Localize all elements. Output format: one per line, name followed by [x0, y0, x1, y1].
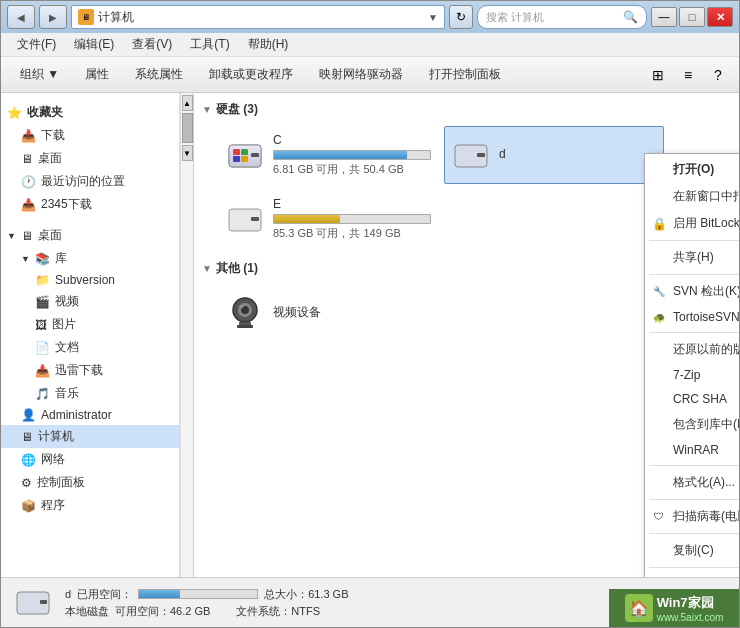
menu-help[interactable]: 帮助(H): [240, 34, 297, 55]
menu-tools[interactable]: 工具(T): [182, 34, 237, 55]
ctx-winrar[interactable]: WinRAR ▶: [645, 438, 739, 462]
menu-file[interactable]: 文件(F): [9, 34, 64, 55]
toolbar-map-drive[interactable]: 映射网络驱动器: [308, 61, 414, 88]
webcam-item[interactable]: 视频设备: [218, 285, 328, 339]
desktop2-icon2: 🖥: [21, 229, 33, 243]
menu-edit[interactable]: 编辑(E): [66, 34, 122, 55]
toolbar-organize[interactable]: 组织 ▼: [9, 61, 70, 88]
drive-e[interactable]: E 85.3 GB 可用，共 149 GB: [218, 190, 438, 248]
sidebar: ⭐ 收藏夹 📥 下载 🖥 桌面 🕐 最近访问的位置: [1, 93, 180, 577]
toolbar-uninstall[interactable]: 卸载或更改程序: [198, 61, 304, 88]
hdd-icon-d: [451, 135, 491, 175]
address-arrow: ▼: [428, 12, 438, 23]
watermark-content: 🏠 Win7家园 www.5aixt.com: [625, 594, 724, 623]
ctx-open-new[interactable]: 在新窗口中打开(E): [645, 183, 739, 210]
sidebar-favorites-section: ⭐ 收藏夹 📥 下载 🖥 桌面 🕐 最近访问的位置: [1, 97, 179, 220]
drive-d-icon: [451, 135, 491, 175]
sidebar-programs[interactable]: 📦 程序: [1, 494, 179, 517]
ctx-shortcut-icon: [651, 577, 667, 578]
ctx-scan[interactable]: 🛡 扫描病毒(电脑管家): [645, 503, 739, 530]
close-button[interactable]: ✕: [707, 7, 733, 27]
hard-disks-header: ▼ 硬盘 (3): [202, 101, 731, 118]
ctx-svn-icon: 🔧: [651, 284, 667, 300]
refresh-button[interactable]: ↻: [449, 5, 473, 29]
ctx-open-new-icon: [651, 189, 667, 205]
toolbar-control-panel[interactable]: 打开控制面板: [418, 61, 512, 88]
sidebar-item-desktop1[interactable]: 🖥 桌面: [1, 147, 179, 170]
network-icon: 🌐: [21, 453, 36, 467]
ctx-sep1: [649, 240, 739, 241]
menu-view[interactable]: 查看(V): [124, 34, 180, 55]
download2-icon: 📥: [21, 198, 36, 212]
ctx-bitlocker[interactable]: 🔒 启用 BitLocker(B)...: [645, 210, 739, 237]
sidebar-xunlei[interactable]: 📥 迅雷下载: [1, 359, 179, 382]
ctx-tortoisesvn[interactable]: 🐢 TortoiseSVN ▶: [645, 305, 739, 329]
sidebar-computer[interactable]: 🖥 计算机: [1, 425, 179, 448]
toolbar-properties[interactable]: 属性: [74, 61, 120, 88]
drive-e-name: E: [273, 197, 431, 211]
back-button[interactable]: ◀: [7, 5, 35, 29]
ctx-open-icon: [651, 162, 667, 178]
ctx-7zip[interactable]: 7-Zip ▶: [645, 363, 739, 387]
menu-bar: 文件(F) 编辑(E) 查看(V) 工具(T) 帮助(H): [1, 33, 739, 57]
sidebar-network[interactable]: 🌐 网络: [1, 448, 179, 471]
ctx-format[interactable]: 格式化(A)...: [645, 469, 739, 496]
sidebar-videos[interactable]: 🎬 视频: [1, 290, 179, 313]
search-bar[interactable]: 搜索 计算机 🔍: [477, 5, 647, 29]
help-button[interactable]: ?: [705, 62, 731, 88]
status-info: d 已用空间： 总大小：61.3 GB 本地磁盘 可用空间：46.2 GB 文件…: [65, 587, 348, 619]
sidebar-item-recent[interactable]: 🕐 最近访问的位置: [1, 170, 179, 193]
hdd-icon-c: [225, 135, 265, 175]
sidebar-desktop-header[interactable]: ▼ 🖥 桌面: [1, 224, 179, 247]
search-icon[interactable]: 🔍: [623, 10, 638, 24]
ctx-shortcut[interactable]: 创建快捷方式(S): [645, 571, 739, 577]
sidebar-item-2345[interactable]: 📥 2345下载: [1, 193, 179, 216]
ctx-sep3: [649, 332, 739, 333]
sidebar-administrator[interactable]: 👤 Administrator: [1, 405, 179, 425]
sidebar-subversion[interactable]: 📁 Subversion: [1, 270, 179, 290]
sidebar-favorites-header[interactable]: ⭐ 收藏夹: [1, 101, 179, 124]
sidebar-desktop-section: ▼ 🖥 桌面 ▼ 📚 库 📁 Subversion 🎬: [1, 220, 179, 521]
view-icons-button[interactable]: ⊞: [645, 62, 671, 88]
ctx-svn[interactable]: 🔧 SVN 检出(K)...: [645, 278, 739, 305]
minimize-button[interactable]: —: [651, 7, 677, 27]
ctx-sep5: [649, 499, 739, 500]
content-area: ▼ 硬盘 (3): [194, 93, 739, 577]
svg-rect-18: [40, 600, 47, 604]
sidebar-control-panel[interactable]: ⚙ 控制面板: [1, 471, 179, 494]
sidebar-docs[interactable]: 📄 文档: [1, 336, 179, 359]
ctx-winrar-icon: [651, 442, 667, 458]
toolbar-right: ⊞ ≡ ?: [645, 62, 731, 88]
sidebar-scrollbar[interactable]: ▲ ▼: [180, 93, 193, 577]
main-area: ⭐ 收藏夹 📥 下载 🖥 桌面 🕐 最近访问的位置: [1, 93, 739, 577]
ctx-crcsha[interactable]: CRC SHA ▶: [645, 387, 739, 411]
sidebar-pictures[interactable]: 🖼 图片: [1, 313, 179, 336]
drive-c[interactable]: C 6.81 GB 可用，共 50.4 GB: [218, 126, 438, 184]
forward-button[interactable]: ▶: [39, 5, 67, 29]
drive-d-info: d: [499, 147, 657, 164]
ctx-open[interactable]: 打开(O): [645, 156, 739, 183]
download-icon: 📥: [21, 129, 36, 143]
toolbar-system-properties[interactable]: 系统属性: [124, 61, 194, 88]
sidebar-music[interactable]: 🎵 音乐: [1, 382, 179, 405]
sidebar-scroll-up[interactable]: ▲: [182, 95, 193, 111]
ctx-copy[interactable]: 复制(C): [645, 537, 739, 564]
ctx-share[interactable]: 共享(H) ▶: [645, 244, 739, 271]
ctx-addlib[interactable]: 包含到库中(I) ▶: [645, 411, 739, 438]
svg-rect-3: [241, 149, 248, 155]
sidebar-library-header[interactable]: ▼ 📚 库: [1, 247, 179, 270]
maximize-button[interactable]: □: [679, 7, 705, 27]
drive-d[interactable]: d: [444, 126, 664, 184]
sidebar-scroll-down[interactable]: ▼: [182, 145, 193, 161]
address-bar[interactable]: 🖥 计算机 ▼: [71, 5, 445, 29]
view-list-button[interactable]: ≡: [675, 62, 701, 88]
svg-rect-4: [233, 156, 240, 162]
title-bar: ◀ ▶ 🖥 计算机 ▼ ↻ 搜索 计算机 🔍 — □ ✕: [1, 1, 739, 33]
svg-rect-10: [251, 217, 259, 221]
sidebar-scroll-thumb[interactable]: [182, 113, 193, 143]
watermark: 🏠 Win7家园 www.5aixt.com: [609, 589, 739, 627]
star-icon: ⭐: [7, 106, 22, 120]
address-icon: 🖥: [78, 9, 94, 25]
sidebar-item-download[interactable]: 📥 下载: [1, 124, 179, 147]
ctx-restore[interactable]: 还原以前的版本(V): [645, 336, 739, 363]
